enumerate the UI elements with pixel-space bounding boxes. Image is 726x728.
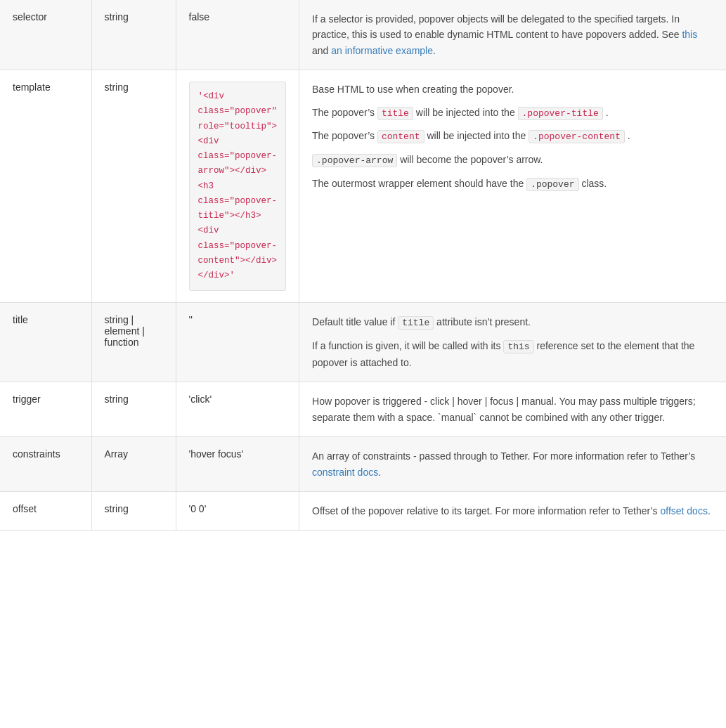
template-popover-class-code: .popover xyxy=(526,178,578,191)
template-popover-content-code: .popover-content xyxy=(529,130,625,143)
template-desc-5: The outermost wrapper element should hav… xyxy=(312,176,713,193)
constraints-default: 'hover focus' xyxy=(176,437,299,492)
template-description: Base HTML to use when creating the popov… xyxy=(299,70,726,303)
constraints-name: constraints xyxy=(0,437,91,492)
row-offset: offset string '0 0' Offset of the popove… xyxy=(0,491,726,530)
selector-description: If a selector is provided, popover objec… xyxy=(299,0,726,70)
template-content-code: content xyxy=(377,130,424,143)
title-attr-code: title xyxy=(398,316,434,330)
title-description: Default title value if title attribute i… xyxy=(299,303,726,382)
title-desc-1: Default title value if title attribute i… xyxy=(312,314,713,331)
offset-docs-link[interactable]: offset docs xyxy=(660,505,707,516)
template-popover-arrow-code: .popover-arrow xyxy=(312,154,397,167)
selector-type: string xyxy=(91,0,176,70)
title-desc-2: If a function is given, it will be calle… xyxy=(312,338,713,370)
template-default: '<div class="popover" role="tooltip"><di… xyxy=(176,70,299,303)
template-name: template xyxy=(0,70,91,303)
offset-type: string xyxy=(91,491,176,530)
title-type: string |element |function xyxy=(91,303,176,382)
constraints-description: An array of constraints - passed through… xyxy=(299,437,726,492)
row-selector: selector string false If a selector is p… xyxy=(0,0,726,70)
template-desc-3: The popover’s content will be injected i… xyxy=(312,128,713,145)
template-type: string xyxy=(91,70,176,303)
trigger-name: trigger xyxy=(0,382,91,437)
offset-description: Offset of the popover relative to its ta… xyxy=(299,491,726,530)
selector-default: false xyxy=(176,0,299,70)
trigger-description: How popover is triggered - click | hover… xyxy=(299,382,726,437)
title-this-code: this xyxy=(503,340,533,353)
template-desc-1: Base HTML to use when creating the popov… xyxy=(312,82,713,97)
row-constraints: constraints Array 'hover focus' An array… xyxy=(0,437,726,492)
constraints-type: Array xyxy=(91,437,176,492)
template-title-code: title xyxy=(377,107,413,120)
template-popover-title-code: .popover-title xyxy=(518,107,603,120)
row-trigger: trigger string 'click' How popover is tr… xyxy=(0,382,726,437)
title-default: '' xyxy=(176,303,299,382)
trigger-type: string xyxy=(91,382,176,437)
title-name: title xyxy=(0,303,91,382)
template-code-block: '<div class="popover" role="tooltip"><di… xyxy=(189,82,287,291)
offset-default: '0 0' xyxy=(176,491,299,530)
trigger-default: 'click' xyxy=(176,382,299,437)
selector-example-link[interactable]: an informative example xyxy=(331,45,433,56)
row-template: template string '<div class="popover" ro… xyxy=(0,70,726,303)
row-title: title string |element |function '' Defau… xyxy=(0,303,726,382)
selector-this-link[interactable]: this xyxy=(682,29,697,40)
template-desc-2: The popover’s title will be injected int… xyxy=(312,105,713,122)
template-desc-4: .popover-arrow will become the popover’s… xyxy=(312,152,713,169)
offset-name: offset xyxy=(0,491,91,530)
selector-name: selector xyxy=(0,0,91,70)
constraints-docs-link[interactable]: constraint docs xyxy=(312,467,378,478)
